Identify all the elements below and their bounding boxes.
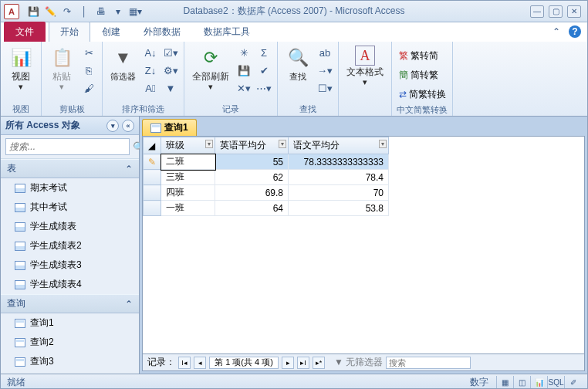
- nav-header[interactable]: 所有 Access 对象 ▾ «: [1, 117, 139, 135]
- column-header[interactable]: 语文平均分▾: [289, 137, 389, 154]
- clear-sort-icon[interactable]: A⃠: [142, 79, 159, 96]
- undo-icon[interactable]: ✏️: [42, 4, 58, 19]
- cell[interactable]: 78.3333333333333: [289, 154, 389, 170]
- advanced-filter-icon[interactable]: ⚙▾: [162, 62, 179, 79]
- cell[interactable]: 64: [215, 201, 289, 216]
- find-button[interactable]: 🔍 查找: [282, 44, 313, 83]
- select-all-corner[interactable]: ◢: [144, 137, 161, 154]
- chinese-convert-button[interactable]: ⇄简繁转换: [397, 86, 448, 103]
- nav-list[interactable]: 表⌃ 期末考试 其中考试 学生成绩表 学生成绩表2 学生成绩表3 学生成绩表4 …: [1, 159, 139, 374]
- column-header[interactable]: 班级▾: [161, 137, 215, 154]
- first-record-button[interactable]: I◂: [178, 357, 191, 369]
- cell[interactable]: 一班: [161, 201, 215, 216]
- row-selector[interactable]: [144, 201, 161, 216]
- nav-collapse-icon[interactable]: «: [122, 120, 134, 132]
- minimize-button[interactable]: —: [530, 5, 544, 18]
- nav-query-item[interactable]: 查询1: [1, 313, 139, 333]
- save-icon[interactable]: 💾: [25, 4, 41, 19]
- new-record-icon[interactable]: ✳: [235, 44, 252, 61]
- sort-desc-icon[interactable]: Z↓: [142, 62, 159, 79]
- close-button[interactable]: ✕: [567, 5, 581, 18]
- nav-table-item[interactable]: 学生成绩表3: [1, 255, 139, 275]
- sort-asc-icon[interactable]: A↓: [142, 44, 159, 61]
- tab-dbtools[interactable]: 数据库工具: [192, 22, 262, 42]
- tab-create[interactable]: 创建: [90, 22, 132, 42]
- datasheet-view-button[interactable]: ▦: [496, 376, 513, 388]
- goto-icon[interactable]: →▾: [316, 62, 333, 79]
- table-row[interactable]: ✎ 二班 55 78.3333333333333: [144, 154, 389, 170]
- nav-search-input[interactable]: [5, 138, 130, 155]
- nav-table-item[interactable]: 学生成绩表2: [1, 236, 139, 255]
- nav-menu-icon[interactable]: ▾: [106, 120, 119, 132]
- pivot-view-button[interactable]: ◫: [513, 376, 530, 388]
- format-painter-icon[interactable]: 🖌: [80, 79, 97, 96]
- nav-query-item[interactable]: 查询3: [1, 352, 139, 371]
- refresh-all-button[interactable]: ⟳ 全部刷新▾: [189, 44, 232, 93]
- table-row[interactable]: 四班 69.8 70: [144, 185, 389, 201]
- text-format-button[interactable]: A 文本格式▾: [343, 44, 387, 88]
- cell[interactable]: 62: [215, 170, 289, 185]
- datasheet-grid[interactable]: ◢ 班级▾ 英语平均分▾ 语文平均分▾ ✎ 二班 55 78.333333333…: [142, 136, 585, 354]
- print-icon[interactable]: 🖶: [93, 4, 109, 19]
- cell[interactable]: 69.8: [215, 185, 289, 201]
- column-header[interactable]: 英语平均分▾: [215, 137, 289, 154]
- select-icon[interactable]: ☐▾: [316, 79, 333, 96]
- document-tab[interactable]: 查询1: [142, 119, 197, 136]
- row-selector[interactable]: ✎: [144, 154, 161, 170]
- trad-to-simp-button[interactable]: 繁繁转简: [397, 47, 448, 64]
- tab-external[interactable]: 外部数据: [132, 22, 192, 42]
- toggle-filter-icon[interactable]: ▼: [162, 79, 179, 96]
- view-button[interactable]: 📊 视图▾: [5, 44, 36, 93]
- cell[interactable]: 53.8: [289, 201, 389, 216]
- cell[interactable]: 55: [215, 154, 289, 170]
- cell[interactable]: 78.4: [289, 170, 389, 185]
- new-record-nav-button[interactable]: ▸*: [313, 357, 325, 369]
- tab-home[interactable]: 开始: [49, 22, 90, 42]
- cell[interactable]: 70: [289, 185, 389, 201]
- maximize-button[interactable]: ▢: [549, 5, 563, 18]
- row-selector[interactable]: [144, 185, 161, 201]
- simp-to-trad-button[interactable]: 簡简转繁: [397, 66, 448, 83]
- prev-record-button[interactable]: ◂: [194, 357, 206, 369]
- nav-query-item[interactable]: 查询2: [1, 333, 139, 352]
- nav-table-item[interactable]: 期末考试: [1, 178, 139, 198]
- save-record-icon[interactable]: 💾: [235, 62, 252, 79]
- nav-section-queries[interactable]: 查询⌃: [1, 294, 139, 313]
- nav-table-item[interactable]: 其中考试: [1, 198, 139, 217]
- delete-record-icon[interactable]: ✕▾: [235, 79, 252, 96]
- nav-section-tables[interactable]: 表⌃: [1, 159, 139, 178]
- nav-table-item[interactable]: 学生成绩表4: [1, 275, 139, 294]
- qat-dropdown-icon[interactable]: ▾: [110, 4, 126, 19]
- cell[interactable]: 四班: [161, 185, 215, 201]
- cell[interactable]: 三班: [161, 170, 215, 185]
- table-row[interactable]: 一班 64 53.8: [144, 201, 389, 216]
- tab-file[interactable]: 文件: [4, 22, 46, 42]
- design-view-button[interactable]: ✐: [564, 376, 581, 388]
- chevron-down-icon[interactable]: ▾: [279, 140, 286, 148]
- chevron-down-icon[interactable]: ▾: [379, 140, 387, 148]
- ribbon-minimize-icon[interactable]: ⌃: [550, 25, 563, 38]
- more-records-icon[interactable]: ⋯▾: [255, 79, 272, 96]
- filter-button[interactable]: ▼ 筛选器: [107, 44, 139, 83]
- selection-filter-icon[interactable]: ☑▾: [162, 44, 179, 61]
- cut-icon[interactable]: ✂: [80, 44, 97, 61]
- replace-icon[interactable]: ab: [316, 44, 333, 61]
- cell-editing[interactable]: 二班: [161, 154, 215, 170]
- redo-icon[interactable]: ↷: [59, 4, 75, 19]
- table-icon[interactable]: ▦▾: [127, 4, 143, 19]
- chart-view-button[interactable]: 📊: [530, 376, 547, 388]
- last-record-button[interactable]: ▸I: [297, 357, 309, 369]
- sql-view-button[interactable]: SQL: [547, 376, 564, 388]
- spelling-icon[interactable]: ✔: [255, 62, 272, 79]
- next-record-button[interactable]: ▸: [282, 357, 294, 369]
- totals-icon[interactable]: Σ: [255, 44, 272, 61]
- table-row[interactable]: 三班 62 78.4: [144, 170, 389, 185]
- help-icon[interactable]: ?: [569, 25, 581, 38]
- record-search-input[interactable]: [386, 357, 471, 369]
- paste-button[interactable]: 📋 粘贴▾: [46, 44, 77, 93]
- nav-table-item[interactable]: 学生成绩表: [1, 217, 139, 236]
- record-position-input[interactable]: [209, 357, 279, 369]
- copy-icon[interactable]: ⎘: [80, 62, 97, 79]
- chevron-down-icon[interactable]: ▾: [205, 140, 213, 148]
- row-selector[interactable]: [144, 170, 161, 185]
